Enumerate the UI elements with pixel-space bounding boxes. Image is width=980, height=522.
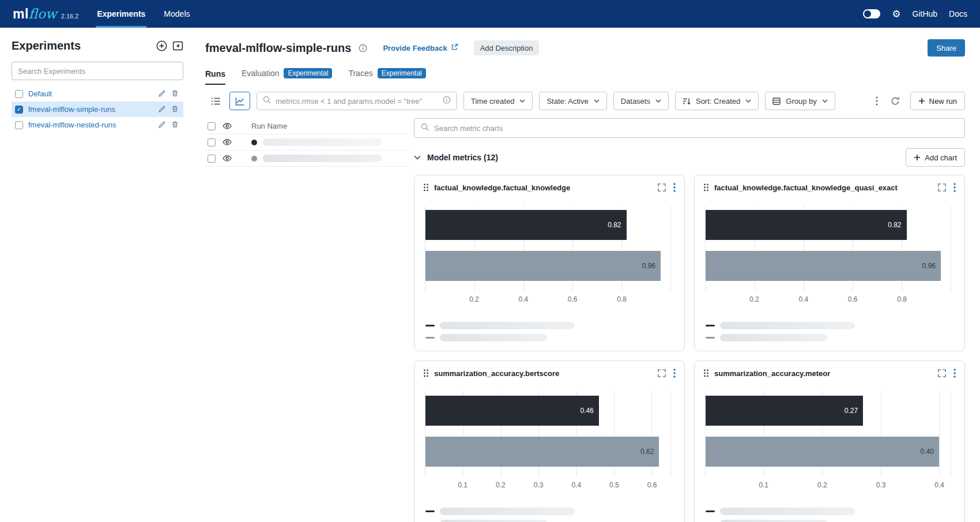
legend-item[interactable] <box>706 520 956 522</box>
visibility-eye-icon[interactable] <box>223 122 232 130</box>
metric-bar[interactable]: 0.40 <box>706 437 939 467</box>
group-by-dropdown[interactable]: Group by <box>765 92 835 110</box>
run-color-dot <box>251 140 257 145</box>
experiment-link[interactable]: fmeval-mlflow-simple-runs <box>28 105 153 114</box>
experiment-checkbox[interactable] <box>15 106 23 114</box>
expand-chart-icon[interactable] <box>938 183 946 191</box>
legend-swatch <box>425 337 435 339</box>
metric-bar[interactable]: 0.62 <box>425 437 659 467</box>
metric-bar[interactable]: 0.27 <box>706 396 863 426</box>
drag-handle-icon[interactable] <box>423 183 429 191</box>
datasets-dropdown[interactable]: Datasets <box>613 92 669 110</box>
experiment-item-nested-runs[interactable]: fmeval-mlflow-nested-runs <box>12 117 183 133</box>
settings-gear-icon[interactable]: ⚙ <box>892 9 900 19</box>
tab-traces[interactable]: Traces Experimental <box>348 68 425 85</box>
experiment-link[interactable]: Default <box>28 89 153 98</box>
delete-experiment-trash-icon[interactable] <box>171 120 179 130</box>
nav-experiments[interactable]: Experiments <box>96 0 146 28</box>
add-experiment-icon[interactable] <box>156 40 167 51</box>
github-link[interactable]: GitHub <box>913 9 938 18</box>
docs-link[interactable]: Docs <box>949 9 967 18</box>
bar-plot: 0.270.40 <box>705 392 951 477</box>
chart-menu-kebab-icon[interactable] <box>673 183 676 192</box>
run-checkbox[interactable] <box>208 138 216 147</box>
expand-chart-icon[interactable] <box>658 369 666 377</box>
legend-item[interactable] <box>425 520 676 522</box>
experiment-info-icon[interactable] <box>359 44 367 52</box>
x-tick-label: 0.6 <box>568 295 578 303</box>
rename-experiment-pencil-icon[interactable] <box>159 104 166 115</box>
chart-menu-kebab-icon[interactable] <box>673 369 676 378</box>
drag-handle-icon[interactable] <box>423 369 429 377</box>
experiment-checkbox[interactable] <box>15 121 23 129</box>
mlflow-logo[interactable]: mlflow 2.16.2 <box>13 6 78 22</box>
experiment-item-default[interactable]: Default <box>12 86 183 102</box>
tab-evaluation[interactable]: Evaluation Experimental <box>242 68 332 85</box>
add-chart-button[interactable]: Add chart <box>906 148 965 167</box>
sort-dropdown[interactable]: Sort: Created <box>675 92 759 110</box>
visibility-eye-icon[interactable] <box>223 138 232 146</box>
metric-bar[interactable]: 0.82 <box>706 210 907 240</box>
metric-charts-search-input[interactable] <box>434 124 958 133</box>
query-info-icon[interactable] <box>443 96 451 106</box>
visibility-eye-icon[interactable] <box>223 155 232 162</box>
experimental-badge: Experimental <box>378 68 426 78</box>
provide-feedback-link[interactable]: Provide Feedback <box>383 43 458 52</box>
run-name-redacted[interactable] <box>263 155 382 162</box>
more-options-kebab-icon[interactable] <box>873 94 880 108</box>
metric-bar[interactable]: 0.96 <box>706 251 941 281</box>
x-tick-label: 0.3 <box>534 481 544 489</box>
legend-item[interactable] <box>706 334 956 341</box>
legend-item[interactable] <box>425 508 676 515</box>
delete-experiment-trash-icon[interactable] <box>171 89 179 99</box>
legend-item[interactable] <box>425 322 676 329</box>
refresh-icon[interactable] <box>888 94 902 108</box>
metric-bar[interactable]: 0.82 <box>425 210 627 240</box>
legend-item[interactable] <box>425 334 676 341</box>
select-all-checkbox[interactable] <box>208 122 216 130</box>
new-run-button[interactable]: New run <box>910 92 965 110</box>
runs-filter-input[interactable] <box>276 97 438 106</box>
delete-experiment-trash-icon[interactable] <box>171 104 179 115</box>
chart-menu-kebab-icon[interactable] <box>953 369 956 378</box>
legend-item[interactable] <box>706 322 956 329</box>
rename-experiment-pencil-icon[interactable] <box>159 120 166 130</box>
experiment-page: fmeval-mlflow-simple-runs Provide Feedba… <box>194 28 980 522</box>
search-experiments-input[interactable] <box>12 62 183 80</box>
tab-runs[interactable]: Runs <box>205 69 225 85</box>
nav-models[interactable]: Models <box>163 0 191 28</box>
chart-legend <box>703 508 956 522</box>
drag-handle-icon[interactable] <box>703 183 709 191</box>
legend-item[interactable] <box>706 508 956 515</box>
chart-view-icon <box>235 97 244 106</box>
expand-chart-icon[interactable] <box>938 369 946 377</box>
experiment-item-simple-runs[interactable]: fmeval-mlflow-simple-runs <box>12 102 183 117</box>
state-dropdown[interactable]: State: Active <box>539 92 606 110</box>
add-description-button[interactable]: Add Description <box>474 40 540 55</box>
rename-experiment-pencil-icon[interactable] <box>159 89 166 99</box>
experiment-link[interactable]: fmeval-mlflow-nested-runs <box>28 121 153 129</box>
list-view-button[interactable] <box>205 92 226 110</box>
collapse-sidebar-icon[interactable] <box>172 40 183 51</box>
legend-run-name-redacted <box>440 508 575 515</box>
section-collapse-chevron-icon[interactable] <box>414 155 421 160</box>
run-row[interactable] <box>205 151 408 167</box>
x-tick-label: 0.1 <box>458 481 468 489</box>
chart-menu-kebab-icon[interactable] <box>953 183 956 192</box>
legend-run-name-redacted <box>440 334 547 341</box>
metric-bar[interactable]: 0.46 <box>425 396 599 426</box>
experiment-checkbox[interactable] <box>15 90 23 98</box>
expand-chart-icon[interactable] <box>658 183 666 191</box>
metric-chart-card: summarization_accuracy.meteor0.270.400.1… <box>694 360 965 522</box>
theme-toggle[interactable] <box>863 9 880 18</box>
model-metrics-section-title[interactable]: Model metrics (12) <box>427 153 498 162</box>
x-tick-label: 0.8 <box>617 295 627 303</box>
drag-handle-icon[interactable] <box>703 369 709 377</box>
run-row[interactable] <box>205 134 408 151</box>
run-name-redacted[interactable] <box>263 138 382 146</box>
time-created-dropdown[interactable]: Time created <box>463 92 533 110</box>
metric-bar[interactable]: 0.96 <box>425 251 661 281</box>
run-checkbox[interactable] <box>208 155 216 163</box>
share-button[interactable]: Share <box>928 39 965 57</box>
chart-view-button[interactable] <box>229 92 250 110</box>
